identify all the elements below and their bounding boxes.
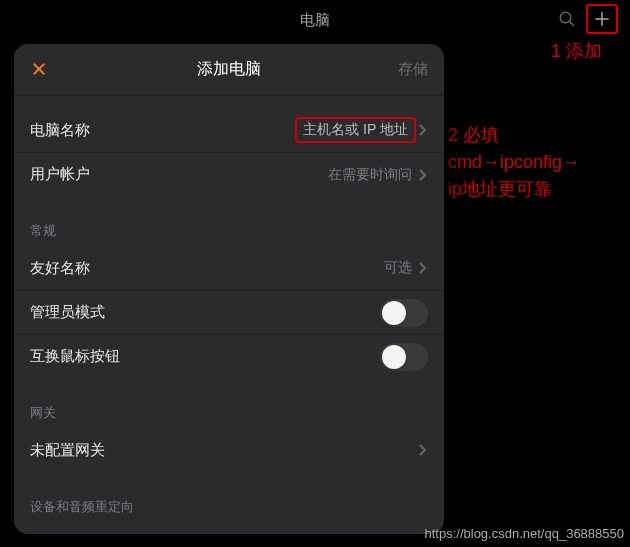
row-label: 互换鼠标按钮 bbox=[30, 347, 120, 366]
chevron-right-icon bbox=[418, 443, 428, 457]
annotation-required: 2 必填 cmd→ipconfig→ ip地址更可靠 bbox=[448, 122, 618, 203]
row-label: 友好名称 bbox=[30, 259, 90, 278]
computer-name-value: 主机名或 IP 地址 bbox=[295, 117, 416, 143]
sheet-header: 添加电脑 存储 bbox=[14, 44, 444, 96]
row-user-account[interactable]: 用户帐户 在需要时询问 bbox=[14, 152, 444, 196]
row-sound[interactable]: 声音 在此设备上播放 bbox=[14, 522, 444, 534]
save-button[interactable]: 存储 bbox=[398, 60, 428, 79]
friendly-name-value: 可选 bbox=[384, 259, 412, 277]
watermark: https://blog.csdn.net/qq_36888550 bbox=[425, 526, 625, 541]
sheet-title: 添加电脑 bbox=[197, 59, 261, 80]
toggle-swap-mouse[interactable] bbox=[380, 343, 428, 371]
section-gateway-title: 网关 bbox=[14, 404, 444, 428]
row-friendly-name[interactable]: 友好名称 可选 bbox=[14, 246, 444, 290]
row-admin-mode: 管理员模式 bbox=[14, 290, 444, 334]
row-label: 管理员模式 bbox=[30, 303, 105, 322]
chevron-right-icon bbox=[418, 261, 428, 275]
sheet-body: 电脑名称 主机名或 IP 地址 用户帐户 在需要时询问 常规 友好名称 bbox=[14, 96, 444, 534]
row-computer-name[interactable]: 电脑名称 主机名或 IP 地址 bbox=[14, 108, 444, 152]
user-account-value: 在需要时询问 bbox=[328, 166, 412, 184]
svg-line-1 bbox=[570, 22, 574, 26]
row-swap-mouse: 互换鼠标按钮 bbox=[14, 334, 444, 378]
section-general-title: 常规 bbox=[14, 222, 444, 246]
chevron-right-icon bbox=[418, 168, 428, 182]
row-label: 用户帐户 bbox=[30, 165, 90, 184]
row-label: 电脑名称 bbox=[30, 121, 90, 140]
chevron-right-icon bbox=[418, 123, 428, 137]
top-bar: 电脑 bbox=[0, 0, 630, 40]
row-no-gateway[interactable]: 未配置网关 bbox=[14, 428, 444, 472]
svg-point-0 bbox=[560, 12, 571, 23]
annotation-add: 1 添加 bbox=[551, 38, 602, 65]
section-devices-title: 设备和音频重定向 bbox=[14, 498, 444, 522]
add-computer-sheet: 添加电脑 存储 电脑名称 主机名或 IP 地址 用户帐户 在需要时询问 bbox=[14, 44, 444, 534]
search-icon[interactable] bbox=[558, 10, 576, 28]
toggle-admin-mode[interactable] bbox=[380, 299, 428, 327]
topbar-title: 电脑 bbox=[300, 11, 330, 30]
add-button[interactable] bbox=[586, 4, 618, 34]
close-button[interactable] bbox=[30, 60, 48, 78]
row-label: 未配置网关 bbox=[30, 441, 105, 460]
